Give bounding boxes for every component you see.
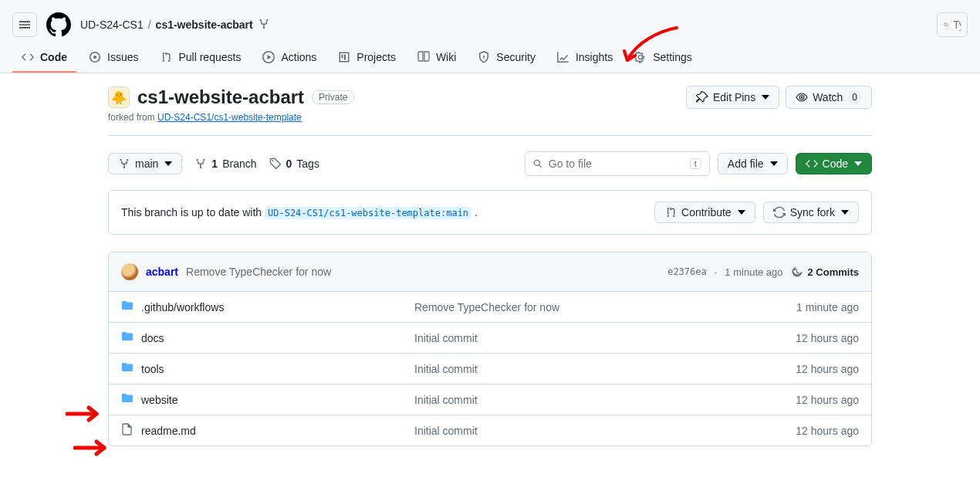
search-icon	[944, 19, 948, 31]
file-commit-time: 12 hours ago	[796, 332, 859, 344]
caret-down-icon	[738, 206, 745, 219]
file-row: websiteInitial commit12 hours ago	[109, 385, 871, 415]
status-prefix: This branch is up to date with	[121, 206, 262, 219]
tab-insights[interactable]: Insights	[548, 43, 622, 73]
sync-icon	[773, 206, 786, 219]
commit-sha[interactable]: e2376ea	[667, 266, 707, 277]
tab-wiki[interactable]: Wiki	[408, 43, 465, 73]
sync-fork-button[interactable]: Sync fork	[763, 202, 859, 223]
commits-link[interactable]: 2 Commits	[791, 266, 859, 278]
file-icon	[121, 423, 133, 438]
forked-from-link[interactable]: UD-S24-CS1/cs1-website-template	[157, 112, 302, 123]
tab-actions[interactable]: Actions	[253, 43, 326, 73]
file-name-link[interactable]: tools	[141, 363, 164, 375]
visibility-badge: Private	[312, 90, 354, 104]
file-name-link[interactable]: website	[141, 394, 177, 406]
eye-icon	[796, 91, 808, 103]
file-commit-message[interactable]: Initial commit	[414, 363, 796, 375]
fork-icon	[258, 18, 270, 32]
status-compare-ref[interactable]: UD-S24-CS1/cs1-website-template:main	[265, 207, 471, 219]
branch-status-box: This branch is up to date with UD-S24-CS…	[108, 190, 872, 235]
header-search[interactable]	[937, 12, 968, 37]
watch-count: 0	[847, 90, 862, 104]
annotation-arrow-row-readme	[73, 439, 112, 457]
github-mark-icon	[46, 12, 71, 37]
file-row: .github/workflowsRemove TypeChecker for …	[109, 292, 871, 323]
kbd-hint: t	[690, 158, 701, 169]
branch-icon	[194, 158, 207, 170]
tab-security[interactable]: Security	[468, 43, 545, 73]
book-icon	[417, 51, 430, 63]
file-commit-message[interactable]: Initial commit	[414, 394, 796, 406]
code-icon	[806, 158, 818, 170]
caret-down-icon	[164, 158, 172, 170]
annotation-arrow-row-website	[66, 405, 104, 423]
forked-from-text: forked from UD-S24-CS1/cs1-website-templ…	[108, 112, 872, 123]
file-row: toolsInitial commit12 hours ago	[109, 354, 871, 385]
code-button[interactable]: Code	[796, 153, 872, 174]
repo-tab-nav: Code Issues Pull requests Actions Projec…	[0, 43, 980, 73]
graph-icon	[557, 51, 569, 63]
caret-down-icon	[770, 158, 778, 170]
folder-icon	[121, 392, 133, 407]
go-to-file-input[interactable]	[549, 158, 684, 170]
tag-icon	[269, 158, 282, 170]
project-icon	[338, 51, 350, 63]
file-commit-message[interactable]: Initial commit	[414, 425, 796, 437]
file-row: readme.mdInitial commit12 hours ago	[109, 415, 871, 445]
hamburger-menu[interactable]	[12, 12, 37, 37]
contribute-button[interactable]: Contribute	[654, 202, 755, 223]
caret-down-icon	[841, 206, 849, 219]
tab-settings[interactable]: Settings	[625, 43, 701, 73]
latest-commit-message[interactable]: Remove TypeChecker for now	[186, 266, 331, 278]
tab-projects[interactable]: Projects	[329, 43, 405, 73]
play-icon	[262, 51, 275, 63]
breadcrumb: UD-S24-CS1 / cs1-website-acbart	[80, 18, 270, 32]
file-list-head: acbart Remove TypeChecker for now e2376e…	[109, 252, 871, 292]
file-row: docsInitial commit12 hours ago	[109, 323, 871, 354]
gear-icon	[634, 51, 647, 63]
branches-link[interactable]: 1 Branch	[194, 158, 256, 170]
folder-icon	[121, 361, 133, 376]
search-icon	[533, 158, 542, 170]
go-to-file-search[interactable]: t	[525, 151, 710, 176]
tab-code[interactable]: Code	[12, 43, 76, 73]
file-name-link[interactable]: readme.md	[141, 425, 196, 437]
folder-icon	[121, 300, 133, 314]
tab-pull-requests[interactable]: Pull requests	[150, 43, 250, 73]
tab-issues[interactable]: Issues	[79, 43, 147, 73]
file-commit-message[interactable]: Remove TypeChecker for now	[414, 301, 796, 313]
separator	[108, 135, 872, 136]
file-commit-time: 12 hours ago	[796, 363, 859, 375]
pull-request-icon	[160, 51, 172, 63]
breadcrumb-repo[interactable]: cs1-website-acbart	[156, 19, 253, 31]
file-commit-message[interactable]: Initial commit	[414, 332, 796, 344]
dot-separator: ·	[715, 266, 718, 278]
three-bars-icon	[19, 19, 31, 31]
github-logo[interactable]	[46, 12, 71, 37]
caret-down-icon	[762, 91, 769, 103]
breadcrumb-separator: /	[148, 19, 151, 31]
latest-commit-author[interactable]: acbart	[146, 266, 178, 278]
repo-name: cs1-website-acbart	[137, 86, 304, 108]
file-commit-time: 12 hours ago	[796, 394, 859, 406]
history-icon	[791, 266, 803, 278]
file-name-link[interactable]: docs	[141, 332, 164, 344]
file-commit-time: 12 hours ago	[796, 425, 859, 437]
code-icon	[22, 51, 34, 63]
repo-avatar: 🐥	[108, 86, 130, 108]
file-name-link[interactable]: .github/workflows	[141, 301, 224, 313]
branch-icon	[118, 158, 130, 170]
status-suffix: .	[475, 206, 478, 219]
header-search-input[interactable]	[953, 19, 961, 31]
watch-button[interactable]: Watch 0	[786, 86, 872, 109]
branch-select-button[interactable]: main	[108, 153, 182, 174]
folder-icon	[121, 330, 133, 345]
commit-time: 1 minute ago	[725, 266, 782, 278]
tags-link[interactable]: 0 Tags	[269, 158, 319, 170]
add-file-button[interactable]: Add file	[718, 153, 788, 174]
breadcrumb-org[interactable]: UD-S24-CS1	[80, 19, 144, 31]
avatar[interactable]	[121, 263, 138, 280]
caret-down-icon	[854, 158, 862, 170]
edit-pins-button[interactable]: Edit Pins	[686, 86, 779, 109]
